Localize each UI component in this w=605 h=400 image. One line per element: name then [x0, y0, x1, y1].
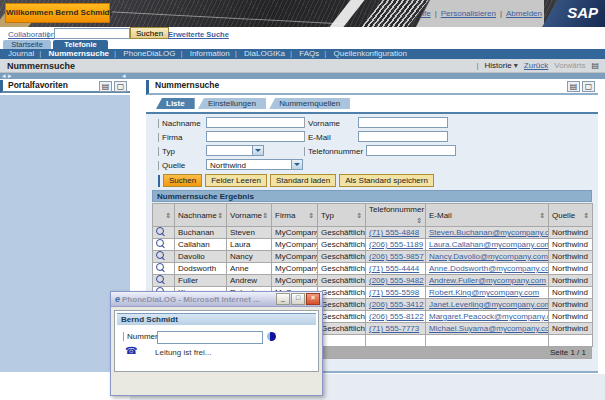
- als-standard-speichern-button[interactable]: Als Standard speichern: [339, 174, 434, 187]
- welcome-banner: Willkommen Bernd Schmidt: [5, 3, 110, 23]
- email-link[interactable]: Michael.Suyama@mycompany.com: [429, 324, 549, 333]
- collapse-sidebar-icon[interactable]: ◂: [122, 71, 126, 80]
- sort-icon[interactable]: ⇕: [356, 210, 362, 221]
- detail-magnifier-icon[interactable]: [156, 263, 164, 271]
- sort-icon[interactable]: ⇕: [308, 210, 314, 221]
- sort-icon[interactable]: ⇕: [539, 210, 545, 221]
- typ-label: Typ: [158, 147, 175, 156]
- nav-item-journal[interactable]: Journal: [8, 49, 34, 58]
- standard-laden-button[interactable]: Standard laden: [270, 174, 336, 187]
- col-nachname[interactable]: Nachname⇕: [175, 204, 227, 227]
- col-detail[interactable]: ⇕: [153, 204, 175, 227]
- email-link[interactable]: Nancy.Davolio@mycompany.com: [429, 252, 548, 261]
- nav-item-dialogika[interactable]: DiaLOGIKa: [244, 49, 285, 58]
- sort-icon[interactable]: ⇕: [262, 210, 268, 221]
- phone-link[interactable]: (206) 555-8122: [369, 312, 424, 321]
- col-typ[interactable]: Typ⇕: [318, 204, 366, 227]
- personalisieren-link[interactable]: Personalisieren: [441, 9, 496, 18]
- email-link[interactable]: Andrew.Fuller@mycompany.com: [429, 276, 546, 285]
- email-field[interactable]: [358, 131, 448, 142]
- detail-magnifier-icon[interactable]: [156, 239, 164, 247]
- tab-liste[interactable]: Liste: [156, 98, 195, 109]
- minimize-button[interactable]: _: [276, 293, 290, 305]
- tray-menu-icon[interactable]: ▤: [99, 81, 112, 92]
- close-button[interactable]: ×: [306, 293, 320, 305]
- nummer-input[interactable]: [157, 331, 263, 344]
- tray-expand-icon[interactable]: ▢: [114, 81, 127, 92]
- nav-item-quellenkonfiguration[interactable]: Quellenkonfiguration: [334, 49, 407, 58]
- popup-titlebar[interactable]: e PhoneDiaLOG - Microsoft Internet ... _…: [111, 292, 322, 307]
- telefonnummer-field[interactable]: [366, 145, 456, 156]
- phone-link[interactable]: (206) 555-1189: [369, 240, 423, 249]
- nav-item-nummernsuche[interactable]: Nummernsuche: [49, 49, 109, 58]
- email-link[interactable]: Robert.King@mycompany.com: [429, 288, 539, 297]
- phone-link[interactable]: (71) 555-4848: [369, 228, 419, 237]
- cell-quelle: Northwind: [549, 311, 593, 323]
- dial-icon[interactable]: [267, 332, 276, 341]
- quelle-select[interactable]: Northwind: [206, 159, 303, 170]
- email-link[interactable]: Anne.Dodsworth@mycompany.com: [429, 264, 549, 273]
- back-link[interactable]: Zurück: [524, 61, 548, 70]
- email-link[interactable]: Steven.Buchanan@mycompany.com: [429, 228, 549, 237]
- maximize-button[interactable]: □: [291, 293, 305, 305]
- col-vorname[interactable]: Vorname⇕: [227, 204, 272, 227]
- detail-magnifier-icon[interactable]: [156, 251, 164, 259]
- detail-magnifier-icon[interactable]: [156, 275, 164, 283]
- col-firma[interactable]: Firma⇕: [272, 204, 318, 227]
- popup-content: Bernd Schmidt Nummer ☎ Leitung ist frei.…: [114, 310, 319, 372]
- sort-icon[interactable]: ⇕: [416, 215, 422, 226]
- nav-item-phonedialog[interactable]: PhoneDiaLOG: [123, 49, 175, 58]
- email-link[interactable]: Laura.Callahan@mycompany.com: [429, 240, 549, 249]
- phone-link[interactable]: (206) 555-9857: [369, 252, 424, 261]
- firma-label: Firma: [158, 133, 182, 142]
- detail-magnifier-icon[interactable]: [156, 227, 164, 235]
- nachname-field[interactable]: [206, 117, 305, 128]
- cell-quelle: Northwind: [549, 275, 593, 287]
- nav-item-information[interactable]: Information: [190, 49, 230, 58]
- tab-startseite[interactable]: Startseite: [3, 40, 51, 49]
- cell-quelle: Northwind: [549, 239, 593, 251]
- search-button[interactable]: Suchen: [130, 27, 169, 39]
- suchen-button[interactable]: Suchen: [163, 174, 202, 187]
- tab-einstellungen[interactable]: Einstellungen: [198, 98, 266, 109]
- phone-link[interactable]: (206) 555-9482: [369, 276, 424, 285]
- expand-right-icon[interactable]: ▸: [8, 71, 12, 80]
- tray-icons: ▤ ▢: [567, 81, 595, 92]
- search-input[interactable]: [54, 28, 130, 39]
- separator: |: [319, 49, 331, 58]
- sort-icon[interactable]: ⇕: [165, 210, 171, 221]
- cell-quelle: Northwind: [549, 323, 593, 335]
- felder-leeren-button[interactable]: Felder Leeren: [205, 174, 267, 187]
- separator: |: [285, 49, 297, 58]
- phone-link[interactable]: (71) 555-5598: [369, 288, 419, 297]
- col-telefonnummer[interactable]: Telefonnummer⇕: [366, 204, 426, 227]
- email-link[interactable]: Margaret.Peacock@mycompany.com: [429, 312, 549, 321]
- cell-typ: Geschäftlich: [318, 311, 366, 323]
- email-link[interactable]: Janet.Leverling@mycompany.com: [429, 300, 549, 309]
- sort-icon[interactable]: ⇕: [583, 210, 589, 221]
- cell-quelle: Northwind: [549, 287, 593, 299]
- tab-telefonie[interactable]: Telefonie: [53, 40, 108, 49]
- abmelden-link[interactable]: Abmelden: [506, 9, 542, 18]
- quelle-label: Quelle: [158, 161, 185, 170]
- panel-menu-icon[interactable]: ▤: [567, 81, 580, 92]
- page-options-icon[interactable]: ▤: [591, 61, 599, 70]
- tab-nummernquellen[interactable]: Nummernquellen: [269, 98, 350, 109]
- cell-firma: MyCompany: [272, 227, 318, 239]
- cell-typ: Geschäftlich: [318, 287, 366, 299]
- typ-select[interactable]: [206, 145, 264, 156]
- advanced-search-link[interactable]: Erweiterte Suche: [168, 30, 229, 39]
- phone-link[interactable]: (206) 555-3412: [369, 300, 424, 309]
- firma-field[interactable]: [206, 131, 305, 142]
- sap-portal-screen: Willkommen Bernd Schmidt Hilfe| Personal…: [0, 0, 605, 400]
- historie-menu[interactable]: Historie ▾: [484, 61, 517, 70]
- vorname-field[interactable]: [358, 117, 448, 128]
- nav-item-faqs[interactable]: FAQs: [299, 49, 319, 58]
- col-quelle[interactable]: Quelle⇕: [549, 204, 593, 227]
- col-email[interactable]: E-Mail⇕: [426, 204, 549, 227]
- panel-expand-icon[interactable]: ▢: [582, 81, 595, 92]
- phone-link[interactable]: (71) 555-7773: [369, 324, 419, 333]
- sort-icon[interactable]: ⇕: [217, 210, 223, 221]
- phone-link[interactable]: (71) 555-4444: [369, 264, 419, 273]
- collapse-left-icon[interactable]: ◂: [2, 71, 6, 80]
